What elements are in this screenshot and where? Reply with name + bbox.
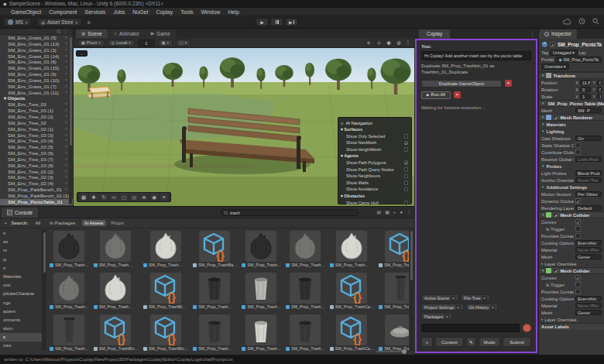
checkbox[interactable] (404, 167, 409, 172)
remove-chip-icon[interactable]: × (444, 314, 449, 319)
collapse-icon[interactable]: ▾ (5, 221, 7, 225)
folder-item[interactable]: ons (0, 281, 42, 290)
menu-icon[interactable]: ≡ (341, 121, 343, 125)
tool-settings-dropdown[interactable]: ▢▾ (176, 39, 190, 46)
asset-tile[interactable]: SM_Prop_Trash… (91, 273, 140, 314)
property-value[interactable]: Per Objec (575, 191, 602, 197)
hierarchy-item[interactable]: SM_Env_Tree_03 (7)> (0, 156, 73, 163)
remove-chip-icon[interactable]: × (482, 296, 487, 300)
asset-tile[interactable]: SM_Prop_Trash… (376, 314, 409, 351)
ainav-option[interactable]: Show Carve Hull (341, 200, 409, 206)
expand-icon[interactable]: > (65, 180, 67, 187)
hierarchy-item[interactable]: SM_Prop_ParkBench_01> (0, 187, 73, 193)
ainav-option[interactable]: Show Path Query Nodes (341, 167, 409, 173)
tab-console[interactable]: Console (2, 208, 38, 218)
expand-icon[interactable]: > (65, 174, 67, 180)
enabled-checkbox[interactable]: ✓ (553, 268, 558, 273)
expand-icon[interactable]: > (65, 120, 67, 126)
search-icon[interactable] (592, 18, 599, 25)
hierarchy-item[interactable]: SM_Env_Grass_01 (13)> (0, 41, 73, 47)
expand-icon[interactable]: > (65, 65, 67, 71)
hierarchy-item[interactable]: SM_Env_Tree_03> (0, 101, 73, 108)
property-group[interactable]: ▼Lighting (539, 128, 604, 135)
snap-value-field[interactable]: 1 (138, 39, 155, 46)
search-icon[interactable] (57, 29, 61, 34)
add-icon[interactable]: + (393, 210, 396, 215)
tab-inspector[interactable]: i Inspector (539, 29, 577, 39)
hierarchy-item[interactable]: SM_Env_Tree_02 (4)> (0, 180, 73, 187)
run-all-button[interactable]: ▶ Run All (421, 91, 451, 99)
menu-tools[interactable]: Tools (180, 9, 193, 15)
expand-icon[interactable]: > (65, 53, 67, 60)
pause-button[interactable] (270, 18, 283, 26)
remove-chip-icon[interactable]: × (456, 305, 461, 310)
expand-icon[interactable]: > (65, 144, 67, 150)
folder-item[interactable]: s (0, 264, 42, 273)
context-chip[interactable]: Git History× (466, 304, 499, 311)
more-tool-icon[interactable]: ≡ (160, 193, 169, 201)
hierarchy-item[interactable]: SM_Env_Grass_01 (6)> (0, 59, 73, 65)
asset-tile[interactable]: SM_Prop_Trash… (239, 273, 283, 314)
hierarchy-item[interactable]: SM_Env_Grass_01 (15)> (0, 65, 73, 71)
expand-icon[interactable]: > (65, 150, 67, 156)
play-button[interactable]: ▶ (256, 18, 269, 26)
asset-tile[interactable]: SM_Prop_Trash… (283, 273, 327, 314)
grid-tool-icon[interactable]: ▦ (79, 193, 88, 201)
enabled-checkbox[interactable]: ✓ (553, 212, 558, 218)
property-value[interactable]: None (Phy (575, 247, 602, 253)
asset-tile[interactable]: SM_Prop_Trash… (283, 314, 327, 351)
ainav-option[interactable]: Show Neighbours (341, 173, 409, 180)
magnify-tool-icon[interactable]: ◎ (129, 193, 139, 201)
property-value[interactable]: Light Prob (575, 156, 602, 163)
asset-tile[interactable]: {}SM_Prop_TrashCa… (328, 273, 376, 314)
asset-labels-header[interactable]: Asset Labels (539, 323, 604, 330)
folder-item[interactable]: cles (0, 342, 42, 350)
edit-icon[interactable]: ✎ (466, 337, 476, 347)
rotate-tool-icon[interactable]: ↻ (99, 193, 108, 201)
expand-icon[interactable]: > (65, 71, 67, 77)
y-value-field[interactable]: 0 (597, 87, 602, 93)
hierarchy-item[interactable]: SM_Env_Tree_02 (1)> (0, 126, 73, 132)
asset-tile[interactable]: SM_Prop_Trash… (190, 273, 239, 314)
property-value[interactable]: Everythin (575, 296, 602, 302)
move-tool-icon[interactable]: ✚ (89, 193, 98, 201)
hierarchy-item[interactable]: SM_Env_Grass_01 (7)> (0, 84, 73, 90)
hierarchy-item[interactable]: SM_Env_Grass_01 (10)> (0, 77, 73, 84)
checkbox[interactable]: ✓ (575, 198, 581, 204)
add-button[interactable]: + (421, 337, 433, 347)
hierarchy-item[interactable]: SM_Env_Grass_01 (9)> (0, 71, 73, 77)
chat-input[interactable] (421, 324, 520, 332)
checkbox[interactable] (404, 180, 409, 185)
expand-icon[interactable]: > (65, 101, 67, 108)
folder-item[interactable]: ty (0, 256, 42, 264)
expand-icon[interactable]: > (65, 35, 67, 41)
component-header[interactable]: ▼✓Mesh Collider (539, 211, 604, 218)
lighting-toggle-icon[interactable]: ◐ (365, 39, 372, 46)
remove-chip-icon[interactable]: × (490, 305, 495, 310)
folder-item[interactable]: ngs (0, 299, 42, 307)
folder-item[interactable]: es (0, 238, 42, 246)
thumbnail-size-slider[interactable] (376, 351, 405, 352)
context-button[interactable]: Context (435, 337, 464, 347)
asset-tile[interactable]: {}SM_Prop_TrashBin… (141, 314, 190, 351)
checkbox[interactable] (404, 134, 409, 139)
menu-help[interactable]: Help (228, 9, 239, 15)
account-dropdown[interactable]: MS ▾ (3, 18, 32, 26)
checkbox[interactable] (404, 160, 409, 165)
folder-scrollbar[interactable] (43, 229, 46, 351)
property-value[interactable]: On (575, 136, 602, 142)
ainav-option[interactable]: Show Avoidance (341, 186, 409, 193)
remove-chip-icon[interactable]: × (451, 296, 455, 300)
camera-toggle-icon[interactable]: ◎ (396, 39, 403, 46)
asset-tile[interactable]: {}SM_Prop_TrashBi… (141, 273, 190, 314)
checkbox[interactable] (575, 282, 581, 287)
folder-item[interactable]: plicateCharacte (0, 290, 42, 298)
hierarchy-item[interactable]: SM_Env_Grass_01 (5)> (0, 35, 73, 41)
property-group[interactable]: ▼Materials (539, 121, 604, 128)
expand-icon[interactable]: > (65, 77, 67, 84)
checkbox[interactable] (404, 141, 409, 146)
grid-snap-dropdown[interactable]: ▦▾ (158, 39, 173, 46)
property-value[interactable]: Default (575, 205, 602, 211)
history-icon[interactable] (578, 18, 585, 25)
submit-button[interactable]: Submit (503, 337, 531, 347)
